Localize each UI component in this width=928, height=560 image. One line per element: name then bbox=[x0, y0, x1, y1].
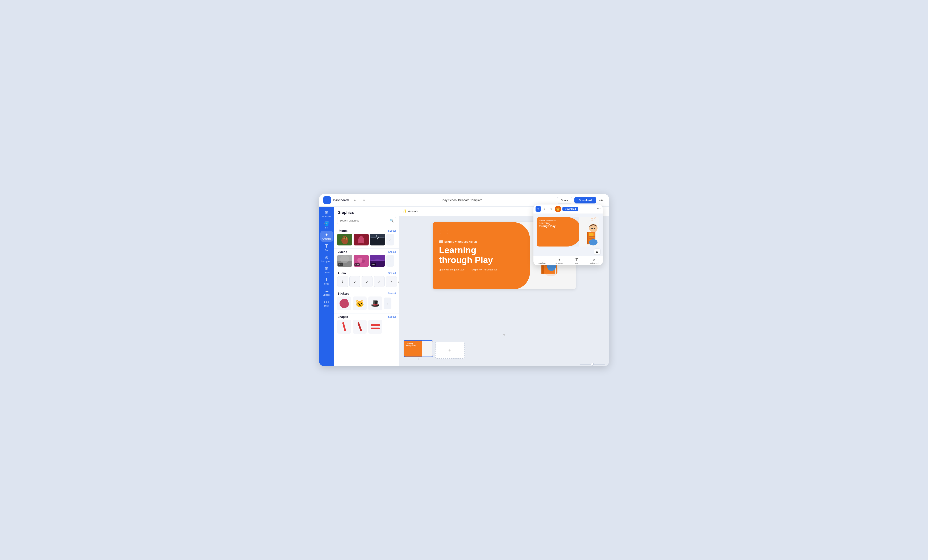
tablet-nav-graphics-icon: ✦ bbox=[558, 258, 561, 262]
left-panel: Graphics 🔍 Photos See all bbox=[334, 207, 399, 366]
shape-slash-1[interactable] bbox=[337, 320, 351, 334]
svg-point-14 bbox=[340, 255, 350, 263]
tablet-nav-templates[interactable]: ⊞ Templates bbox=[533, 258, 551, 264]
photos-section: Photos See all bbox=[334, 227, 399, 248]
sidebar-item-text[interactable]: T Text bbox=[321, 242, 333, 253]
photo-thumb-storm[interactable] bbox=[370, 234, 385, 245]
tablet-nav-templates-label: Templates bbox=[538, 262, 546, 264]
tablet-headline: Learning through Play bbox=[539, 222, 556, 228]
tablet-nav-background-icon: ⊘ bbox=[593, 258, 595, 262]
video-duration-1: 0:34 bbox=[338, 263, 343, 266]
video-thumb-1[interactable]: 0:34 bbox=[337, 255, 353, 267]
sticker-cat-1[interactable]: 🐱 bbox=[353, 297, 366, 310]
text-icon: T bbox=[325, 244, 328, 248]
svg-point-4 bbox=[345, 237, 346, 239]
zoom-slider[interactable] bbox=[580, 364, 605, 365]
shape-slash-2[interactable] bbox=[353, 320, 366, 334]
videos-see-all[interactable]: See all bbox=[388, 251, 396, 253]
tablet-nav-templates-icon: ⊞ bbox=[540, 258, 543, 262]
audio-item-2[interactable]: ♪ bbox=[350, 276, 360, 287]
stickers-grid: 🐱 🎩 › bbox=[334, 297, 399, 313]
tablet-nav-text-label: Text bbox=[575, 262, 578, 265]
svg-rect-49 bbox=[589, 236, 595, 237]
tablet-nav-background[interactable]: ⊘ Background bbox=[585, 258, 603, 264]
svg-point-54 bbox=[594, 228, 595, 229]
collapse-strip-button[interactable]: ▼ bbox=[503, 333, 506, 337]
tablet-slide[interactable]: SPARROW KINDERGARTEN Learning through Pl… bbox=[537, 217, 600, 247]
photos-grid: › bbox=[334, 234, 399, 248]
photos-more-button[interactable]: › bbox=[386, 234, 394, 245]
audio-item-1[interactable]: ♪ bbox=[337, 276, 348, 287]
audio-item-3[interactable]: ♪ bbox=[362, 276, 372, 287]
sticker-cat-2[interactable]: 🎩 bbox=[368, 297, 382, 310]
videos-more-button[interactable]: › bbox=[386, 255, 394, 267]
undo-button[interactable]: ↩ bbox=[352, 197, 359, 203]
app-window: T Dashboard ↩ ↪ Play School Billboard Te… bbox=[319, 194, 609, 366]
sidebar-item-templates[interactable]: ⊞ Templates bbox=[321, 209, 333, 219]
animate-icon: ✨ bbox=[403, 209, 407, 213]
tablet-download-button[interactable]: Download bbox=[562, 207, 578, 211]
slide-thumb-1[interactable]: Learningthrough Play bbox=[404, 340, 433, 357]
sidebar-label-text: Text bbox=[325, 249, 328, 251]
tablet-logo: T bbox=[536, 206, 541, 212]
tablet-nav-text[interactable]: T Text bbox=[568, 258, 586, 265]
panel-title: Graphics bbox=[334, 207, 399, 217]
audio-item-4[interactable]: ♪ bbox=[374, 276, 385, 287]
video-thumb-2[interactable]: 0:25 bbox=[354, 255, 369, 267]
sidebar-label-graphics: Graphics bbox=[322, 238, 331, 240]
sidebar-item-logo[interactable]: ⬆ Logo bbox=[321, 276, 333, 287]
sidebar-item-fill[interactable]: 🪣 Fill bbox=[321, 220, 333, 231]
slide-number: 1 bbox=[417, 358, 419, 360]
more-options-button[interactable]: ••• bbox=[598, 197, 605, 204]
photo-thumb-leaf[interactable] bbox=[354, 234, 369, 245]
audio-see-all[interactable]: See all bbox=[388, 272, 396, 275]
videos-title: Videos bbox=[337, 250, 347, 254]
uploads-icon: ☁ bbox=[325, 289, 329, 293]
videos-section: Videos See all 0:34 0:25 0:59 bbox=[334, 248, 399, 269]
audio-item-5[interactable]: ♪ bbox=[386, 276, 397, 287]
photo-thumb-squirrel[interactable] bbox=[337, 234, 353, 245]
audio-grid: ♪ ♪ ♪ ♪ ♪ › bbox=[334, 276, 399, 290]
headline-line2: through Play bbox=[439, 255, 493, 265]
video-duration-3: 0:59 bbox=[371, 263, 376, 266]
redo-button[interactable]: ↪ bbox=[361, 197, 367, 203]
sidebar-item-background[interactable]: ⊘ Background bbox=[321, 254, 333, 264]
tablet-more-button[interactable]: ••• bbox=[597, 207, 601, 211]
svg-rect-51 bbox=[589, 233, 594, 236]
tablet-undo-button[interactable]: ↩ bbox=[543, 206, 548, 212]
sidebar-item-uploads[interactable]: ☁ Uploads bbox=[321, 287, 333, 298]
billboard-footer: sparrowkindergarten.com @Sparrow_Kinderg… bbox=[439, 268, 524, 271]
shape-equal[interactable] bbox=[368, 320, 382, 334]
brand-name: SPARROW KINDERGARTEN bbox=[444, 241, 477, 243]
tablet-brand: SPARROW KINDERGARTEN bbox=[539, 220, 556, 221]
add-slide-button[interactable]: + bbox=[435, 342, 464, 359]
download-button[interactable]: Download bbox=[574, 197, 596, 204]
shapes-see-all[interactable]: See all bbox=[388, 315, 396, 318]
tablet-bottom-nav: ⊞ Templates ✦ Graphics T Text ⊘ Backgrou… bbox=[533, 256, 603, 265]
sticker-blob[interactable] bbox=[337, 297, 351, 310]
stickers-more-button[interactable]: › bbox=[384, 298, 391, 309]
tablet-canvas: SPARROW KINDERGARTEN Learning through Pl… bbox=[533, 214, 603, 249]
background-icon: ⊘ bbox=[325, 255, 328, 260]
share-button[interactable]: Share bbox=[557, 197, 572, 204]
sidebar-label-fill: Fill bbox=[325, 227, 328, 229]
sidebar-item-graphics[interactable]: ✦ Graphics bbox=[321, 231, 333, 242]
dashboard-label: Dashboard bbox=[333, 198, 349, 202]
video-thumb-3[interactable]: 0:59 bbox=[370, 255, 385, 267]
sidebar-item-more[interactable]: ••• More bbox=[321, 298, 333, 309]
stickers-see-all[interactable]: See all bbox=[388, 292, 396, 295]
photos-see-all[interactable]: See all bbox=[388, 229, 396, 232]
sidebar-item-tables[interactable]: ⊞ Tables bbox=[321, 265, 333, 275]
tablet-layout-button[interactable]: ⊟ bbox=[594, 249, 600, 254]
search-input[interactable] bbox=[339, 219, 388, 222]
dots-top-left: · · · · ·· · · · ·· · · · · bbox=[437, 226, 453, 235]
slide-thumb-text: Learningthrough Play bbox=[406, 343, 423, 347]
brand-icon bbox=[439, 240, 443, 243]
animate-button[interactable]: ✨ Animate bbox=[403, 209, 418, 213]
zoom-handle[interactable] bbox=[591, 363, 594, 365]
tablet-nav-graphics[interactable]: ✦ Graphics bbox=[551, 258, 568, 264]
tablet-preview: T ↩ ↪ 👑 Download ••• SPARROW KINDERGARTE… bbox=[533, 204, 603, 265]
tablet-redo-button[interactable]: ↪ bbox=[549, 206, 554, 212]
billboard-website: sparrowkindergarten.com bbox=[439, 268, 465, 271]
billboard-social: @Sparrow_Kindergaraten bbox=[472, 268, 498, 271]
